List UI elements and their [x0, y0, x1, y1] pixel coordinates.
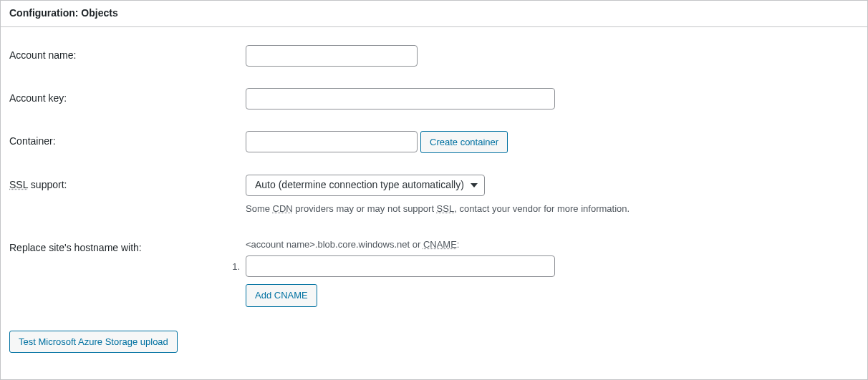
account-key-input[interactable] — [246, 88, 555, 109]
hostname-hint: <account name>.blob.core.windows.net or … — [246, 238, 852, 252]
form-table: Account name: Account key: Container: Cr… — [9, 34, 859, 318]
cdn-abbr: CDN — [273, 203, 293, 214]
test-azure-upload-button[interactable]: Test Microsoft Azure Storage upload — [9, 331, 178, 354]
create-container-button[interactable]: Create container — [420, 131, 508, 154]
replace-hostname-label: Replace site's hostname with: — [9, 227, 238, 318]
footer-actions: Test Microsoft Azure Storage upload — [9, 323, 859, 354]
ssl-support-desc: Some CDN providers may or may not suppor… — [246, 202, 852, 216]
hostname-hint-pre: <account name>.blob.core.windows.net or — [246, 239, 423, 250]
hostname-hint-post: : — [457, 239, 460, 250]
cname-row-1: 1. — [246, 255, 852, 277]
row-replace-hostname: Replace site's hostname with: <account n… — [9, 227, 859, 318]
row-container: Container: Create container — [9, 120, 859, 165]
panel-title: Configuration: Objects — [1, 1, 867, 27]
ssl-desc-pre: Some — [246, 203, 273, 214]
cname-index-1: 1. — [227, 261, 240, 272]
ssl-label-suffix: support: — [28, 179, 67, 190]
panel-body: Account name: Account key: Container: Cr… — [1, 27, 867, 368]
ssl-desc-mid: providers may or may not support — [293, 203, 437, 214]
cname-abbr: CNAME — [423, 239, 457, 250]
account-key-label: Account key: — [9, 77, 238, 120]
account-name-input[interactable] — [246, 45, 418, 67]
config-objects-panel: Configuration: Objects Account name: Acc… — [0, 0, 868, 380]
row-account-name: Account name: — [9, 34, 859, 77]
ssl-support-label: SSL support: — [9, 164, 238, 227]
row-account-key: Account key: — [9, 77, 859, 120]
ssl-desc-post: , contact your vendor for more informati… — [454, 203, 630, 214]
add-cname-button[interactable]: Add CNAME — [246, 284, 317, 307]
ssl-abbr: SSL — [9, 179, 28, 190]
ssl-support-select[interactable]: Auto (determine connection type automati… — [246, 175, 485, 196]
container-label: Container: — [9, 120, 238, 165]
row-ssl-support: SSL support: Auto (determine connection … — [9, 164, 859, 227]
cname-input-1[interactable] — [246, 255, 555, 277]
container-input[interactable] — [246, 131, 418, 152]
account-name-label: Account name: — [9, 34, 238, 77]
ssl-select-wrap: Auto (determine connection type automati… — [246, 175, 485, 196]
ssl-abbr-2: SSL — [437, 203, 455, 214]
